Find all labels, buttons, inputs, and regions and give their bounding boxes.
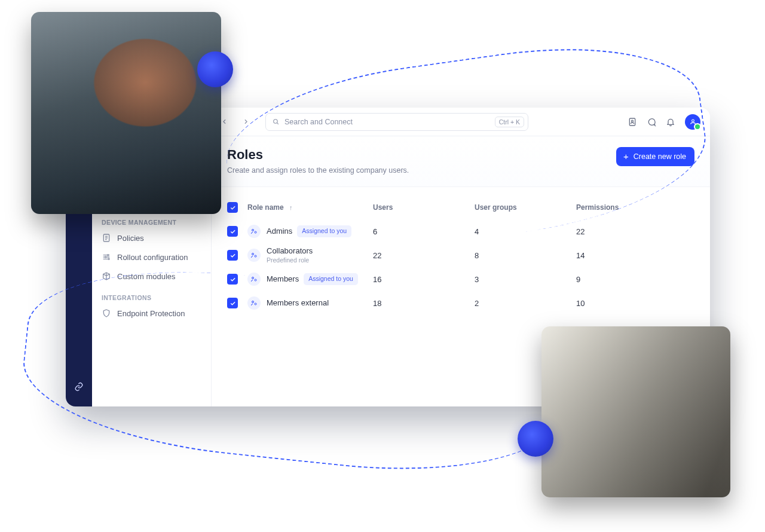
check-icon (230, 252, 236, 259)
check-icon (230, 228, 236, 235)
connection-node-icon (518, 421, 553, 457)
cell-user-groups: 8 (475, 251, 576, 260)
role-name: Collaborators (267, 246, 313, 256)
cell-permissions: 10 (576, 299, 694, 308)
cell-permissions: 14 (576, 251, 694, 260)
svg-point-25 (252, 253, 254, 255)
table-row[interactable]: Collaborators Predefined role 22 8 14 (227, 243, 694, 267)
sidebar-item-label: Policies (117, 234, 144, 243)
sidebar-item-label: Rollout configuration (117, 253, 188, 262)
decorative-photo-person (31, 12, 221, 214)
svg-point-24 (255, 231, 256, 233)
connection-node-icon (197, 51, 233, 87)
row-checkbox[interactable] (227, 250, 238, 261)
role-subtitle: Predefined role (267, 256, 313, 264)
decorative-photo-office (541, 326, 730, 497)
cell-user-groups: 3 (475, 275, 576, 284)
svg-point-18 (108, 258, 109, 259)
svg-point-17 (105, 256, 106, 258)
sidebar-item-policies[interactable]: Policies (92, 228, 211, 247)
role-icon (247, 249, 261, 262)
row-checkbox[interactable] (227, 226, 238, 237)
svg-point-26 (255, 255, 256, 257)
chevron-left-icon (221, 118, 228, 126)
cell-permissions: 22 (576, 227, 694, 236)
sidebar-item-rollout-config[interactable]: Rollout configuration (92, 247, 211, 267)
cell-user-groups: 2 (475, 299, 576, 308)
cell-users: 22 (373, 251, 475, 260)
svg-point-16 (108, 255, 109, 256)
sliders-icon (102, 252, 111, 262)
svg-point-23 (252, 230, 254, 231)
cell-permissions: 9 (576, 275, 694, 284)
cell-users: 16 (373, 275, 475, 284)
policy-icon (102, 233, 111, 243)
